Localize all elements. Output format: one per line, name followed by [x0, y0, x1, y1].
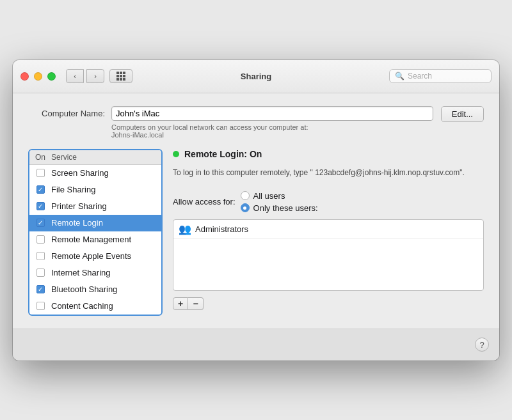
radio-only-these-users[interactable]: Only these users: — [241, 203, 318, 213]
grid-button[interactable] — [109, 69, 132, 83]
services-panel: On Service Screen Sharing ✓ — [28, 149, 163, 316]
minimize-button[interactable] — [34, 72, 42, 81]
nav-buttons: ‹ › — [66, 69, 104, 83]
users-list: 👥 Administrators — [173, 219, 484, 291]
computer-name-label: Computer Name: — [28, 106, 105, 118]
user-list-body — [173, 239, 483, 290]
bottom-bar: ? — [13, 329, 499, 361]
remote-login-label: Remote Login — [51, 218, 103, 228]
service-item-remote-management[interactable]: Remote Management — [29, 231, 161, 248]
checkbox-cell — [29, 252, 51, 260]
nav-forward-button[interactable]: › — [86, 69, 104, 83]
radio-inner — [243, 206, 246, 210]
search-icon: 🔍 — [395, 72, 404, 81]
radio-group: All users Only these users: — [241, 191, 318, 213]
checkbox-cell — [29, 235, 51, 244]
checkbox-cell — [29, 302, 51, 310]
content-caching-label: Content Caching — [51, 301, 113, 311]
checkbox-cell: ✓ — [29, 202, 51, 210]
user-row[interactable]: 👥 Administrators — [173, 220, 483, 239]
remote-management-checkbox[interactable] — [36, 235, 45, 244]
screen-sharing-checkbox[interactable] — [36, 169, 45, 177]
main-section: On Service Screen Sharing ✓ — [28, 149, 484, 316]
description-text: To log in to this computer remotely, typ… — [173, 167, 484, 178]
status-row: Remote Login: On — [173, 149, 484, 159]
search-box[interactable]: 🔍 Search — [389, 69, 492, 83]
checkbox-cell — [29, 268, 51, 277]
help-button[interactable]: ? — [475, 338, 489, 352]
window-title: Sharing — [241, 72, 271, 81]
titlebar: ‹ › Sharing 🔍 Search — [13, 60, 499, 93]
internet-sharing-label: Internet Sharing — [51, 268, 111, 277]
list-controls: + − — [173, 297, 484, 310]
user-group-icon: 👥 — [179, 223, 191, 235]
screen-sharing-label: Screen Sharing — [51, 168, 109, 178]
radio-only-these-users-label: Only these users: — [253, 203, 318, 213]
edit-button[interactable]: Edit... — [441, 106, 484, 122]
grid-icon — [116, 72, 125, 81]
maximize-button[interactable] — [47, 72, 56, 81]
content-area: Computer Name: Computers on your local n… — [13, 93, 499, 329]
right-panel: Remote Login: On To log in to this compu… — [173, 149, 484, 316]
file-sharing-checkbox[interactable]: ✓ — [36, 185, 45, 194]
remote-apple-events-label: Remote Apple Events — [51, 251, 131, 261]
checkbox-cell: ✓ — [29, 285, 51, 293]
nav-back-button[interactable]: ‹ — [66, 69, 84, 83]
computer-name-subtitle: Computers on your local network can acce… — [111, 123, 433, 139]
services-header: On Service — [29, 150, 161, 165]
radio-all-users-label: All users — [253, 191, 285, 201]
access-row: Allow access for: All users — [173, 191, 484, 213]
printer-sharing-checkbox[interactable]: ✓ — [36, 202, 45, 210]
service-item-content-caching[interactable]: Content Caching — [29, 298, 161, 315]
service-item-remote-login[interactable]: ✓ Remote Login — [29, 215, 161, 231]
service-item-bluetooth-sharing[interactable]: ✓ Bluetooth Sharing — [29, 281, 161, 298]
radio-all-users-button[interactable] — [241, 191, 250, 200]
internet-sharing-checkbox[interactable] — [36, 268, 45, 277]
titlebar-left: ‹ › — [20, 69, 132, 83]
remote-login-checkbox[interactable]: ✓ — [36, 219, 45, 227]
remove-user-button[interactable]: − — [188, 297, 204, 310]
bluetooth-sharing-label: Bluetooth Sharing — [51, 284, 117, 294]
checkbox-cell: ✓ — [29, 185, 51, 194]
service-item-screen-sharing[interactable]: Screen Sharing — [29, 165, 161, 182]
file-sharing-label: File Sharing — [51, 185, 95, 194]
access-label: Allow access for: — [173, 197, 236, 206]
computer-name-input[interactable] — [111, 106, 433, 121]
radio-all-users[interactable]: All users — [241, 191, 318, 201]
computer-name-section: Computer Name: Computers on your local n… — [28, 106, 484, 139]
traffic-lights — [20, 72, 56, 81]
service-item-internet-sharing[interactable]: Internet Sharing — [29, 265, 161, 281]
service-item-printer-sharing[interactable]: ✓ Printer Sharing — [29, 198, 161, 215]
window: ‹ › Sharing 🔍 Search Computer Name: — [13, 60, 499, 361]
status-text: Remote Login: On — [184, 149, 262, 159]
printer-sharing-label: Printer Sharing — [51, 201, 107, 211]
checkbox-cell — [29, 169, 51, 177]
search-placeholder: Search — [408, 72, 432, 81]
service-item-remote-apple-events[interactable]: Remote Apple Events — [29, 248, 161, 265]
services-header-service: Service — [51, 153, 77, 162]
remote-management-label: Remote Management — [51, 235, 131, 244]
service-item-file-sharing[interactable]: ✓ File Sharing — [29, 182, 161, 198]
user-name: Administrators — [195, 224, 248, 234]
checkbox-cell: ✓ — [29, 219, 51, 227]
add-user-button[interactable]: + — [173, 297, 188, 310]
computer-name-right: Computers on your local network can acce… — [111, 106, 433, 139]
content-caching-checkbox[interactable] — [36, 302, 45, 310]
bluetooth-sharing-checkbox[interactable]: ✓ — [36, 285, 45, 293]
services-list: Screen Sharing ✓ File Sharing ✓ — [29, 165, 161, 315]
close-button[interactable] — [20, 72, 29, 81]
remote-apple-events-checkbox[interactable] — [36, 252, 45, 260]
status-dot — [173, 151, 179, 157]
access-section: Allow access for: All users — [173, 191, 484, 310]
services-header-on: On — [29, 153, 51, 162]
radio-only-these-users-button[interactable] — [241, 203, 250, 212]
